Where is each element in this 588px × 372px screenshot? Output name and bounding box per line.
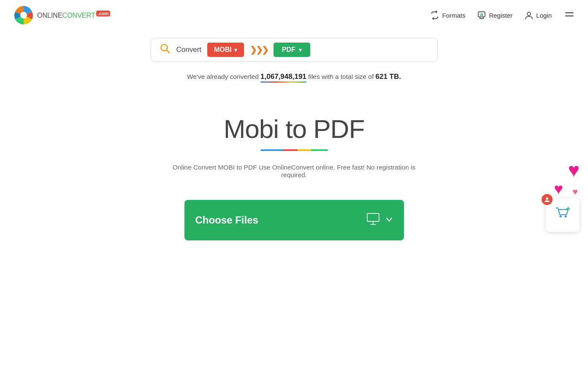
to-format-label: PDF <box>282 46 295 54</box>
register-link[interactable]: Register <box>477 11 512 20</box>
svg-point-10 <box>560 216 562 218</box>
login-link[interactable]: Login <box>524 11 552 20</box>
nav-links: Formats Register Login <box>430 8 575 22</box>
formats-icon <box>430 11 439 20</box>
logo[interactable]: ONLINECONVERT.com <box>13 4 110 26</box>
stats-size: 621 TB. <box>376 73 401 81</box>
search-section: Convert MOBI ▾ ❯❯❯ PDF ▾ <box>0 38 588 62</box>
stats-prefix: We've already converted <box>187 73 259 80</box>
logo-online-text: ONLINE <box>37 12 62 19</box>
search-icon <box>160 43 171 57</box>
convert-label: Convert <box>176 46 202 54</box>
user-badge-icon <box>542 194 553 205</box>
logo-com-badge: .com <box>96 11 111 16</box>
formats-label: Formats <box>442 12 465 19</box>
choose-files-label: Choose Files <box>195 214 258 226</box>
from-chevron-icon: ▾ <box>234 47 237 53</box>
svg-line-7 <box>166 50 169 53</box>
register-icon <box>477 11 486 20</box>
arrows-icon: ❯❯❯ <box>250 45 268 55</box>
page-title: Mobi to PDF <box>0 115 588 143</box>
heart-medium-icon: ♥ <box>554 181 563 197</box>
title-underline <box>260 149 328 151</box>
promo-card[interactable] <box>546 198 580 232</box>
login-icon <box>524 11 534 20</box>
svg-rect-8 <box>367 213 379 221</box>
cart-icon <box>555 205 571 225</box>
login-label: Login <box>536 12 552 19</box>
hearts-row: ♥ ♥ <box>554 181 580 197</box>
choose-files-button[interactable]: Choose Files <box>184 200 404 240</box>
header: ONLINECONVERT.com Formats <box>0 0 588 30</box>
chevron-down-icon <box>385 215 393 226</box>
menu-icon[interactable] <box>564 8 575 22</box>
choose-files-left: Choose Files <box>195 214 258 226</box>
svg-rect-4 <box>565 12 574 13</box>
stats-middle: files with a total size of <box>308 73 374 80</box>
logo-convert-text: CONVERT <box>62 12 95 19</box>
stats-section: We've already converted 1,067,948,191 fi… <box>0 73 588 81</box>
convert-from-button[interactable]: MOBI ▾ <box>207 43 244 57</box>
monitor-icon <box>367 213 379 228</box>
logo-icon <box>13 4 35 26</box>
svg-point-9 <box>546 197 548 200</box>
to-chevron-icon: ▾ <box>299 47 302 53</box>
stats-number: 1,067,948,191 <box>260 73 306 81</box>
subtitle: Online Convert MOBI to PDF Use OnlineCon… <box>168 164 421 179</box>
from-format-label: MOBI <box>214 46 232 54</box>
search-bar: Convert MOBI ▾ ❯❯❯ PDF ▾ <box>151 38 438 62</box>
svg-point-11 <box>565 216 567 218</box>
convert-to-button[interactable]: PDF ▾ <box>274 43 310 57</box>
formats-link[interactable]: Formats <box>430 11 465 20</box>
svg-rect-1 <box>478 12 485 17</box>
heart-small-icon: ♥ <box>572 187 578 197</box>
choose-files-section: Choose Files <box>0 200 588 240</box>
main-content: Mobi to PDF Online Convert MOBI to PDF U… <box>0 115 588 179</box>
svg-point-3 <box>527 12 531 16</box>
logo-text: ONLINECONVERT.com <box>37 11 110 19</box>
svg-point-0 <box>20 12 27 19</box>
register-label: Register <box>489 12 512 19</box>
choose-files-right <box>367 213 393 228</box>
svg-rect-5 <box>565 16 574 17</box>
